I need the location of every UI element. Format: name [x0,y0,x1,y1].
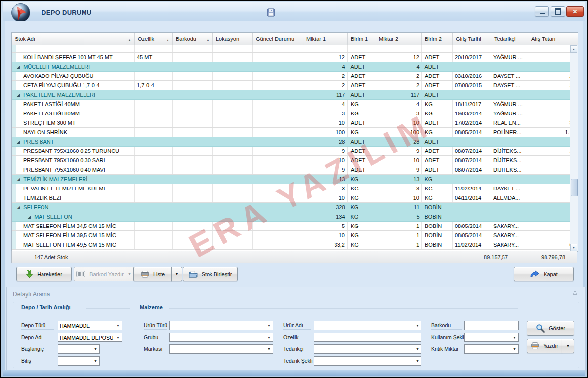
grid-row[interactable]: STREÇ FİLM 300 MT10ADET10ADET17/02/2014R… [12,118,578,128]
group-row[interactable]: ◢MÜCELLİT MALZEMELERİ4ADET4ADET [12,62,578,72]
yazdir-button[interactable]: Yazdır [527,339,562,353]
depo-adi-input[interactable] [58,333,114,341]
grubu-input[interactable] [170,333,265,341]
chevron-down-icon[interactable]: ▼ [265,333,273,341]
kritik-miktar-input[interactable] [465,345,511,353]
column-header-4[interactable]: Lokasyon [213,33,253,45]
grid-row[interactable]: KOLİ BANDI ŞEFFAF 100 MT 45 MT45 MT12ADE… [12,53,578,62]
pin-icon[interactable] [572,290,578,297]
kritik-miktar-combobox[interactable]: ▼ [464,344,519,354]
urun-turu-input[interactable] [170,321,265,330]
grid-row[interactable]: PEVALİN EL TEMİZLEME KREMİ3KG3KG11/02/20… [12,184,578,193]
tedarikci-input[interactable] [314,345,414,353]
chevron-down-icon[interactable]: ▼ [265,321,273,330]
yazdir-dropdown[interactable]: ▼ [562,339,574,353]
save-icon[interactable] [266,8,276,17]
liste-dropdown[interactable]: ▼ [171,267,182,281]
depo-turu-combobox[interactable]: ▼ [58,321,122,330]
close-button[interactable]: ✕ [566,6,584,17]
maximize-button[interactable] [551,6,565,17]
minimize-button[interactable] [535,6,549,17]
group-expand-icon[interactable]: ◢ [17,205,20,210]
baslangic-input[interactable] [58,345,92,353]
chevron-down-icon[interactable]: ▼ [414,321,421,330]
markasi-input[interactable] [170,345,265,353]
grid-row[interactable]: AVOKADO PİLYAJ ÇUBUĞU2ADET2ADET03/10/201… [12,72,578,81]
liste-button[interactable]: Liste [133,267,172,281]
grubu-combobox[interactable]: ▼ [169,333,273,342]
tedarik-sekli-input[interactable] [314,357,414,365]
column-header-7[interactable]: Birim 1 [348,33,376,45]
scrollbar-thumb[interactable] [571,179,578,196]
column-header-11[interactable]: Tedarikçi [491,33,528,45]
grid-row[interactable]: CETA PİLYAJ ÇUBUĞU 1,7-0-41,7-0-42ADET2A… [12,81,578,90]
group-expand-icon[interactable]: ◢ [17,140,20,144]
hareketler-button[interactable]: Hareketler [16,267,72,281]
bitis-input[interactable] [58,357,92,365]
goster-button[interactable]: Göster [527,321,574,336]
chevron-down-icon[interactable]: ▼ [265,345,273,353]
column-header-2[interactable]: ▲Özellik [135,33,173,45]
scroll-up-icon[interactable]: ▲ [570,45,577,53]
grid-row[interactable]: MAT SELEFON FİLM 39,5 CM 15 MİC10KG1BOBİ… [12,231,578,240]
column-header-6[interactable]: Miktar 1 [303,33,348,45]
group-row[interactable]: ◢SELEFON328KG11BOBİN [12,203,578,212]
grid-row[interactable]: PAKET LASTİĞİ 40MM4KG4KG18/11/2017YAĞMUR… [12,100,578,109]
column-header-10[interactable]: Giriş Tarihi [453,33,491,45]
column-header-1[interactable]: ▲Stok Adı [12,33,135,45]
urun-adi-input[interactable] [314,321,414,330]
bitis-datepicker[interactable]: ▼ [58,356,100,366]
column-header-label: Birim 1 [351,36,368,42]
depo-turu-input[interactable] [58,321,114,330]
group-expand-icon[interactable]: ◢ [28,215,31,219]
chevron-down-icon[interactable]: ▼ [92,345,99,353]
ozellik-input[interactable] [314,333,421,341]
group-row[interactable]: ◢TEMİZLİK MALZEMELERİ13KG13KG [12,175,578,184]
group-row[interactable]: ◢MAT SELEFON134KG5BOBİN [12,212,578,222]
depo-adi-combobox[interactable]: ▼ [58,333,122,342]
grid-row[interactable]: NAYLON SHRİNK100KG100KG08/05/2014POLİNER… [12,128,578,137]
scroll-down-icon[interactable]: ▼ [570,244,577,251]
tedarik-sekli-combobox[interactable]: ▼ [314,356,421,366]
column-header-5[interactable]: Güncel Durumu [253,33,303,45]
baslangic-datepicker[interactable]: ▼ [58,344,100,354]
column-header-8[interactable]: Miktar 2 [376,33,422,45]
group-expand-icon[interactable]: ◢ [17,177,20,182]
barkodu-textbox[interactable] [464,321,519,330]
vertical-scrollbar[interactable]: ▲ ▼ [570,45,578,251]
urun-turu-combobox[interactable]: ▼ [169,321,273,330]
group-expand-icon[interactable]: ◢ [17,93,20,97]
chevron-down-icon[interactable]: ▼ [511,333,518,341]
chevron-down-icon[interactable]: ▼ [414,357,421,365]
grid-cell [348,45,376,53]
chevron-down-icon[interactable]: ▼ [114,333,122,341]
grid-row[interactable]: PAKET LASTİĞİ 80MM3KG3KG19/03/2014YAĞMUR… [12,109,578,118]
grid-row[interactable]: PRESBANT 795X1060 0.40 MAVİ9ADET9ADET08/… [12,165,578,175]
markasi-combobox[interactable]: ▼ [169,344,273,354]
kullanim-sekli-combobox[interactable]: ▼ [464,333,519,342]
chevron-down-icon[interactable]: ▼ [511,345,518,353]
grid-row[interactable]: TEMİZLİK BEZİ10KG10KG04/11/2014ALEMDA...… [12,193,578,203]
grid-row[interactable]: MAT SELEFON FİLM 34,5 CM 15 MİC5KG1BOBİN… [12,222,578,231]
barkodu-input[interactable] [465,321,518,330]
grid-cell [135,165,173,175]
group-row[interactable]: ◢PAKETLEME MALZEMELERİ117ADET117ADET [12,90,578,100]
urun-adi-combobox[interactable]: ▼ [314,321,421,330]
kapat-button[interactable]: Kapat [514,267,574,281]
chevron-down-icon[interactable]: ▼ [414,345,421,353]
ozellik-textbox[interactable] [314,333,421,342]
column-header-9[interactable]: Birim 2 [422,33,453,45]
column-header-3[interactable]: ▲Barkodu [173,33,213,45]
grid-row[interactable]: PRESBANT 795X1060 0.30 SARI10ADET10ADET0… [12,156,578,165]
tedarikci-combobox[interactable]: ▼ [314,344,421,354]
grid-row[interactable]: MAT SELEFON FİLM 49,5 CM 15 MİC33,2KG1BO… [12,240,578,250]
chevron-down-icon[interactable]: ▼ [114,321,122,330]
grid-cell: STREÇ FİLM 300 MT [12,118,135,128]
grid-row[interactable]: PRESBANT 795X1060 0.25 TURUNCU9ADET9ADET… [12,147,578,156]
group-expand-icon[interactable]: ◢ [17,65,20,69]
stok-birlestir-button[interactable]: Stok Birleştir [183,267,238,281]
chevron-down-icon[interactable]: ▼ [92,357,99,365]
group-row[interactable]: ◢PRES BANT28ADET28ADET [12,137,578,147]
kullanim-sekli-input[interactable] [465,333,511,341]
grid-row-partial[interactable] [12,45,578,53]
